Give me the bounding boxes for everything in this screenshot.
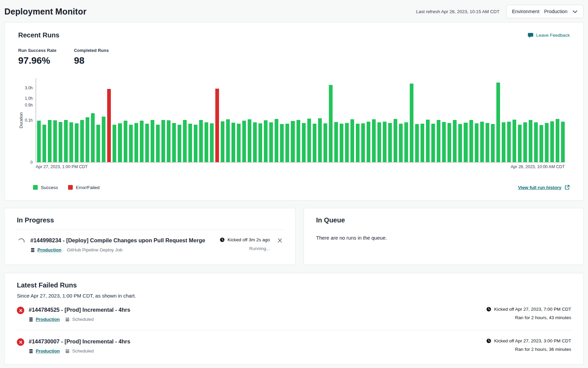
chart-bar-success[interactable] <box>372 119 376 162</box>
chart-bar-success[interactable] <box>550 121 554 162</box>
chart-bar-success[interactable] <box>80 120 84 162</box>
chart-bar-success[interactable] <box>329 85 333 162</box>
chart-bar-success[interactable] <box>253 122 257 162</box>
chart-bar-success[interactable] <box>367 122 370 162</box>
chart-bar-success[interactable] <box>545 123 549 162</box>
chart-bar-success[interactable] <box>64 120 68 162</box>
chart-bar-success[interactable] <box>118 123 122 162</box>
chart-bar-success[interactable] <box>86 117 89 162</box>
chart-bar-success[interactable] <box>205 122 208 162</box>
chart-bar-success[interactable] <box>513 120 516 162</box>
chart-bar-success[interactable] <box>464 123 467 162</box>
leave-feedback-button[interactable]: Leave Feedback <box>528 32 570 38</box>
chart-bar-success[interactable] <box>59 122 62 162</box>
chart-bar-success[interactable] <box>334 122 338 162</box>
chart-bar-success[interactable] <box>377 122 381 162</box>
chart-bar-success[interactable] <box>226 119 230 162</box>
chart-bar-success[interactable] <box>383 122 386 162</box>
environment-dropdown[interactable]: Environment Production <box>506 5 584 18</box>
chart-bar-success[interactable] <box>426 120 430 162</box>
chart-bar-success[interactable] <box>475 123 478 162</box>
chart-bar-success[interactable] <box>140 121 144 162</box>
chart-bar-success[interactable] <box>442 122 446 162</box>
chart-bar-success[interactable] <box>534 122 538 162</box>
chart-bar-success[interactable] <box>242 121 246 162</box>
chart-bar-success[interactable] <box>42 125 46 162</box>
chart-bar-success[interactable] <box>480 122 484 162</box>
chart-bar-success[interactable] <box>502 122 505 162</box>
chart-bar-success[interactable] <box>91 113 95 162</box>
chart-bar-success[interactable] <box>399 124 403 162</box>
chart-bar-success[interactable] <box>194 125 197 162</box>
chart-bar-success[interactable] <box>199 120 203 162</box>
chart-bar-success[interactable] <box>172 123 176 162</box>
chart-bar-success[interactable] <box>556 119 559 162</box>
chart-bar-success[interactable] <box>415 124 419 162</box>
chart-bar-success[interactable] <box>124 121 127 162</box>
chart-bar-success[interactable] <box>183 120 187 162</box>
chart-bar-success[interactable] <box>231 123 235 162</box>
chart-bar-success[interactable] <box>102 117 105 162</box>
chart-bar-success[interactable] <box>53 120 57 162</box>
chart-bar-success[interactable] <box>313 124 316 162</box>
chart-bar-success[interactable] <box>297 120 300 162</box>
chart-bar-success[interactable] <box>496 83 500 162</box>
environment-link[interactable]: Production <box>29 317 60 322</box>
chart-bar-success[interactable] <box>264 120 268 162</box>
chart-bar-success[interactable] <box>221 121 224 162</box>
close-icon[interactable] <box>277 237 283 244</box>
chart-bar-success[interactable] <box>507 122 511 162</box>
chart-bar-success[interactable] <box>248 119 251 162</box>
chart-bar-success[interactable] <box>431 124 435 162</box>
chart-bar-success[interactable] <box>318 118 322 162</box>
chart-bar-success[interactable] <box>280 124 284 162</box>
chart-bar-success[interactable] <box>167 120 171 162</box>
chart-bar-success[interactable] <box>48 120 52 162</box>
chart-bar-success[interactable] <box>356 124 360 162</box>
chart-bar-success[interactable] <box>134 123 138 162</box>
chart-bar-success[interactable] <box>529 120 532 162</box>
chart-bar-success[interactable] <box>437 120 440 162</box>
chart-bar-success[interactable] <box>486 123 489 162</box>
chart-bar-success[interactable] <box>410 84 413 162</box>
chart-bar-success[interactable] <box>113 125 116 162</box>
environment-link[interactable]: Production <box>29 348 60 354</box>
chart-bar-success[interactable] <box>161 120 165 162</box>
chart-bar-success[interactable] <box>421 124 424 162</box>
chart-bar-success[interactable] <box>237 124 241 162</box>
chart-bar-success[interactable] <box>404 122 408 162</box>
chart-bar-success[interactable] <box>458 124 462 162</box>
chart-bar-success[interactable] <box>361 123 365 162</box>
chart-bar-success[interactable] <box>178 125 181 162</box>
chart-bar-success[interactable] <box>69 122 73 162</box>
chart-bar-success[interactable] <box>307 119 311 162</box>
chart-bar-success[interactable] <box>291 121 295 162</box>
chart-bar-success[interactable] <box>539 125 543 162</box>
chart-bar-success[interactable] <box>394 119 397 162</box>
chart-bar-success[interactable] <box>258 123 262 162</box>
chart-bar-failed[interactable] <box>215 89 219 162</box>
chart-bar-success[interactable] <box>145 124 149 162</box>
chart-bar-success[interactable] <box>285 124 289 162</box>
chart-bar-success[interactable] <box>469 120 473 162</box>
chart-bar-success[interactable] <box>188 124 192 162</box>
chart-bar-success[interactable] <box>561 122 565 162</box>
chart-bar-failed[interactable] <box>107 89 111 162</box>
chart-bar-success[interactable] <box>523 122 527 162</box>
chart-bar-success[interactable] <box>156 125 160 162</box>
chart-bar-success[interactable] <box>350 119 354 162</box>
chart-bar-success[interactable] <box>269 122 273 162</box>
chart-bar-success[interactable] <box>323 123 327 162</box>
chart-bar-success[interactable] <box>447 123 451 162</box>
chart-bar-success[interactable] <box>129 125 133 162</box>
chart-bar-success[interactable] <box>151 120 154 162</box>
chart-bar-success[interactable] <box>340 124 343 162</box>
chart-bar-success[interactable] <box>210 123 214 162</box>
chart-bar-success[interactable] <box>491 124 495 162</box>
chart-bar-success[interactable] <box>302 123 306 162</box>
view-full-run-history-link[interactable]: View full run history <box>518 185 570 190</box>
chart-bar-success[interactable] <box>518 125 522 162</box>
chart-bar-success[interactable] <box>275 119 278 162</box>
chart-bar-success[interactable] <box>75 123 79 162</box>
chart-bar-success[interactable] <box>37 121 41 162</box>
